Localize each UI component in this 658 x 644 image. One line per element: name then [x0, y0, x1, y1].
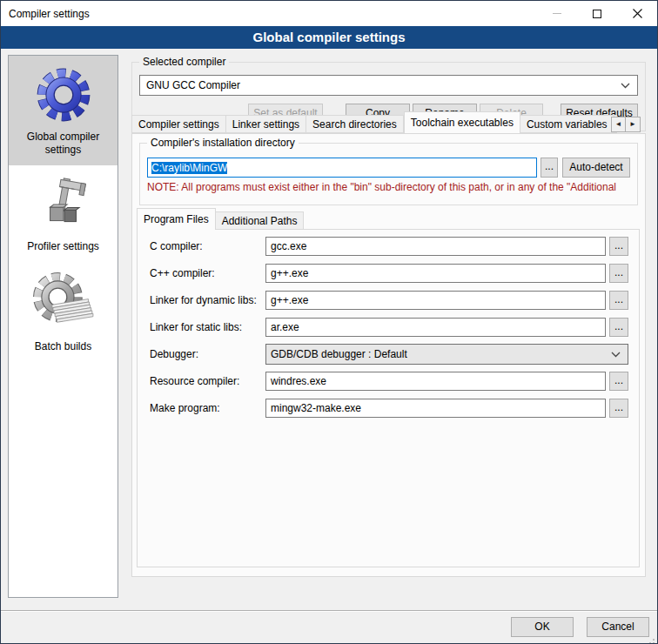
field-row-static-linker: Linker for static libs: ar.exe ...: [150, 318, 628, 337]
tab-additional-paths[interactable]: Additional Paths: [216, 211, 305, 230]
field-label: Resource compiler:: [150, 375, 265, 387]
cpp-compiler-input[interactable]: g++.exe: [265, 264, 606, 283]
resource-compiler-browse-button[interactable]: ...: [609, 372, 628, 391]
make-program-browse-button[interactable]: ...: [609, 399, 628, 418]
tab-search-directories[interactable]: Search directories: [306, 115, 404, 133]
c-compiler-input[interactable]: gcc.exe: [265, 237, 606, 256]
sidebar-item-batch-builds[interactable]: Batch builds: [9, 262, 118, 362]
field-value: g++.exe: [271, 267, 308, 279]
field-value: gcc.exe: [271, 240, 306, 252]
resource-compiler-input[interactable]: windres.exe: [265, 372, 606, 391]
browse-directory-button[interactable]: ...: [540, 158, 558, 178]
field-row-c-compiler: C compiler: gcc.exe ...: [150, 237, 628, 256]
group-legend: Selected compiler: [139, 56, 229, 68]
group-legend: Compiler's installation directory: [147, 137, 299, 149]
caliper-icon: [35, 176, 92, 233]
window-title: Compiler settings: [1, 8, 537, 20]
resize-grip[interactable]: [653, 639, 655, 641]
field-row-dynamic-linker: Linker for dynamic libs: g++.exe ...: [150, 291, 628, 310]
sidebar-item-label: Profiler settings: [27, 240, 99, 253]
installation-directory-input[interactable]: C:\raylib\MinGW: [147, 158, 537, 178]
c-compiler-browse-button[interactable]: ...: [609, 237, 628, 256]
close-button[interactable]: [617, 1, 657, 26]
maximize-button[interactable]: [577, 1, 617, 26]
ok-button[interactable]: OK: [511, 617, 574, 637]
minimize-button[interactable]: [537, 1, 577, 26]
tab-program-files[interactable]: Program Files: [137, 208, 216, 230]
chevron-down-icon: [621, 83, 630, 89]
compiler-select-value: GNU GCC Compiler: [146, 79, 621, 91]
program-files-page: C compiler: gcc.exe ... C++ compiler: g+…: [137, 229, 640, 567]
field-row-debugger: Debugger: GDB/CDB debugger : Default: [150, 345, 628, 364]
field-label: C compiler:: [150, 240, 265, 252]
field-label: Linker for static libs:: [150, 321, 265, 333]
tab-scroll-right-button[interactable]: ►: [626, 117, 641, 132]
footer-divider: [1, 610, 657, 612]
debugger-select[interactable]: GDB/CDB debugger : Default: [265, 344, 628, 365]
field-label: C++ compiler:: [150, 267, 265, 279]
settings-content: Selected compiler GNU GCC Compiler Set a…: [127, 55, 652, 598]
tab-scroll-left-button[interactable]: ◄: [611, 117, 626, 132]
compiler-settings-dialog: Compiler settings Global compiler settin…: [0, 0, 658, 644]
field-value: ar.exe: [271, 321, 299, 333]
program-tabs: Program Files Additional Paths: [137, 208, 304, 230]
settings-category-list: Global compiler settings Profiler settin…: [8, 55, 118, 598]
minimize-icon: [553, 13, 561, 14]
sidebar-item-label: Global compiler settings: [12, 131, 114, 157]
compiler-select[interactable]: GNU GCC Compiler: [139, 75, 638, 96]
maximize-icon: [593, 10, 601, 18]
tab-toolchain-executables[interactable]: Toolchain executables: [404, 111, 520, 133]
field-row-make-program: Make program: mingw32-make.exe ...: [150, 399, 628, 418]
field-label: Linker for dynamic libs:: [150, 294, 265, 306]
field-label: Debugger:: [150, 348, 265, 360]
cpp-compiler-browse-button[interactable]: ...: [609, 264, 628, 283]
make-program-input[interactable]: mingw32-make.exe: [265, 399, 606, 418]
cancel-button[interactable]: Cancel: [587, 617, 649, 637]
tab-linker-settings[interactable]: Linker settings: [226, 115, 306, 133]
toolchain-executables-page: Compiler's installation directory C:\ray…: [131, 133, 646, 577]
titlebar: Compiler settings: [1, 1, 657, 26]
tab-compiler-settings[interactable]: Compiler settings: [131, 115, 226, 133]
sidebar-item-profiler-settings[interactable]: Profiler settings: [9, 165, 118, 262]
field-value: windres.exe: [271, 375, 326, 387]
gray-gear-stack-icon: [33, 272, 94, 333]
field-label: Make program:: [150, 402, 265, 414]
field-row-cpp-compiler: C++ compiler: g++.exe ...: [150, 264, 628, 283]
field-value: GDB/CDB debugger : Default: [271, 348, 611, 360]
field-row-resource-compiler: Resource compiler: windres.exe ...: [150, 372, 628, 391]
bin-subdirectory-note: NOTE: All programs must exist either in …: [147, 181, 635, 193]
close-icon: [633, 9, 642, 18]
dynamic-linker-input[interactable]: g++.exe: [265, 291, 606, 310]
static-linker-input[interactable]: ar.exe: [265, 318, 606, 337]
chevron-down-icon: [611, 352, 621, 358]
tab-custom-variables[interactable]: Custom variables: [520, 115, 614, 133]
dynamic-linker-browse-button[interactable]: ...: [609, 291, 628, 310]
tab-scroll-buttons: ◄ ►: [611, 117, 641, 132]
installation-directory-row: C:\raylib\MinGW ... Auto-detect: [147, 158, 630, 178]
sidebar-item-global-compiler-settings[interactable]: Global compiler settings: [9, 56, 118, 165]
selected-path-text: C:\raylib\MinGW: [151, 162, 227, 174]
field-value: mingw32-make.exe: [271, 402, 361, 414]
sidebar-item-label: Batch builds: [35, 340, 91, 353]
auto-detect-button[interactable]: Auto-detect: [562, 158, 630, 178]
installation-directory-group: Compiler's installation directory C:\ray…: [139, 143, 638, 205]
blue-gear-icon: [35, 66, 92, 124]
field-value: g++.exe: [271, 294, 308, 306]
compiler-tabs: Compiler settings Linker settings Search…: [131, 111, 617, 133]
page-title: Global compiler settings: [1, 26, 657, 49]
static-linker-browse-button[interactable]: ...: [609, 318, 628, 337]
